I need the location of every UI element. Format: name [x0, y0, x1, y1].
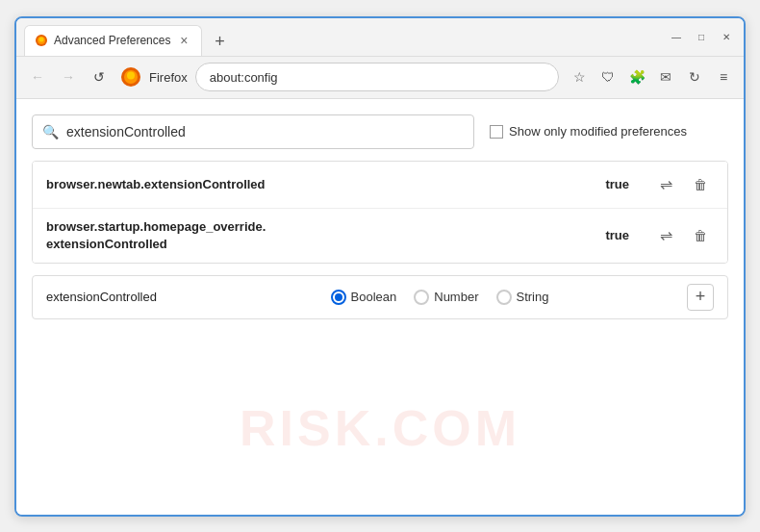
search-row: 🔍 Show only modified preferences [32, 114, 728, 149]
number-label: Number [434, 290, 478, 304]
new-pref-name: extensionControlled [46, 290, 200, 304]
pref-value-1: true [605, 177, 629, 191]
new-tab-button[interactable]: + [206, 29, 233, 56]
back-button[interactable]: ← [24, 63, 51, 90]
pref-name-1: browser.newtab.extensionControlled [46, 177, 605, 191]
browser-window: Advanced Preferences × + — □ ✕ ← → ↺ Fir… [14, 16, 746, 517]
firefox-brand-text: Firefox [149, 70, 188, 85]
modified-prefs-label: Show only modified preferences [509, 124, 687, 139]
search-icon: 🔍 [42, 124, 59, 139]
boolean-radio[interactable]: Boolean [331, 290, 397, 305]
delete-button-2[interactable]: 🗑 [687, 222, 714, 249]
search-input[interactable] [66, 124, 464, 139]
active-tab[interactable]: Advanced Preferences × [24, 25, 202, 56]
add-preference-button[interactable]: + [687, 284, 714, 311]
sync-icon[interactable]: ↻ [682, 64, 707, 89]
toggle-button-2[interactable]: ⇌ [652, 222, 679, 249]
delete-button-1[interactable]: 🗑 [687, 171, 714, 198]
minimize-button[interactable]: — [667, 27, 686, 46]
tab-title: Advanced Preferences [54, 34, 170, 47]
window-controls: — □ ✕ [667, 27, 736, 46]
svg-point-2 [39, 38, 44, 42]
close-button[interactable]: ✕ [717, 27, 736, 46]
modified-prefs-checkbox[interactable] [490, 125, 503, 139]
pref-actions-2: ⇌ 🗑 [652, 222, 714, 249]
table-row[interactable]: browser.newtab.extensionControlled true … [33, 162, 727, 209]
trash-icon-2: 🗑 [694, 228, 707, 243]
bookmark-icon[interactable]: ☆ [567, 64, 592, 89]
number-radio[interactable]: Number [414, 290, 478, 305]
title-bar: Advanced Preferences × + — □ ✕ [16, 18, 744, 57]
content-area: RISK.COM 🔍 Show only modified preference… [16, 99, 744, 515]
pref-name-2: browser.startup.homepage_override. exten… [46, 218, 605, 253]
menu-icon[interactable]: ≡ [711, 64, 736, 89]
tab-favicon [35, 34, 48, 47]
trash-icon-1: 🗑 [694, 177, 707, 192]
nav-icons: ☆ 🛡 🧩 ✉ ↻ ≡ [567, 64, 736, 89]
toggle-button-1[interactable]: ⇌ [652, 171, 679, 198]
forward-button[interactable]: → [55, 63, 82, 90]
arrows-icon-2: ⇌ [660, 226, 672, 244]
number-radio-circle[interactable] [414, 290, 429, 305]
extension-icon[interactable]: 🧩 [624, 64, 649, 89]
tab-close-button[interactable]: × [176, 33, 191, 48]
pref-value-2: true [605, 228, 629, 242]
pref-name-2-line2: extensionControlled [46, 236, 605, 253]
new-preference-row: extensionControlled Boolean Number Strin… [32, 275, 728, 319]
search-box[interactable]: 🔍 [32, 114, 474, 149]
pref-actions-1: ⇌ 🗑 [652, 171, 714, 198]
nav-bar: ← → ↺ Firefox about:config ☆ 🛡 🧩 ✉ ↻ ≡ [16, 57, 744, 99]
shield-icon[interactable]: 🛡 [595, 64, 621, 89]
firefox-logo-icon [120, 66, 141, 88]
modified-prefs-checkbox-row[interactable]: Show only modified preferences [490, 124, 687, 139]
string-radio[interactable]: String [496, 290, 549, 305]
tab-strip: Advanced Preferences × + [24, 18, 659, 56]
boolean-radio-circle[interactable] [331, 290, 346, 305]
string-label: String [517, 290, 549, 304]
table-row[interactable]: browser.startup.homepage_override. exten… [33, 209, 727, 263]
url-bar[interactable]: about:config [195, 63, 559, 91]
mail-icon[interactable]: ✉ [653, 64, 678, 89]
refresh-button[interactable]: ↺ [86, 63, 113, 90]
maximize-button[interactable]: □ [692, 27, 711, 46]
watermark: RISK.COM [240, 399, 520, 457]
url-text: about:config [210, 70, 278, 85]
string-radio-circle[interactable] [496, 290, 512, 305]
arrows-icon-1: ⇌ [660, 175, 672, 193]
svg-point-5 [127, 72, 135, 80]
preferences-table: browser.newtab.extensionControlled true … [32, 161, 728, 264]
boolean-label: Boolean [351, 290, 397, 304]
type-radio-group: Boolean Number String [200, 290, 679, 305]
pref-name-2-line1: browser.startup.homepage_override. [46, 218, 605, 236]
